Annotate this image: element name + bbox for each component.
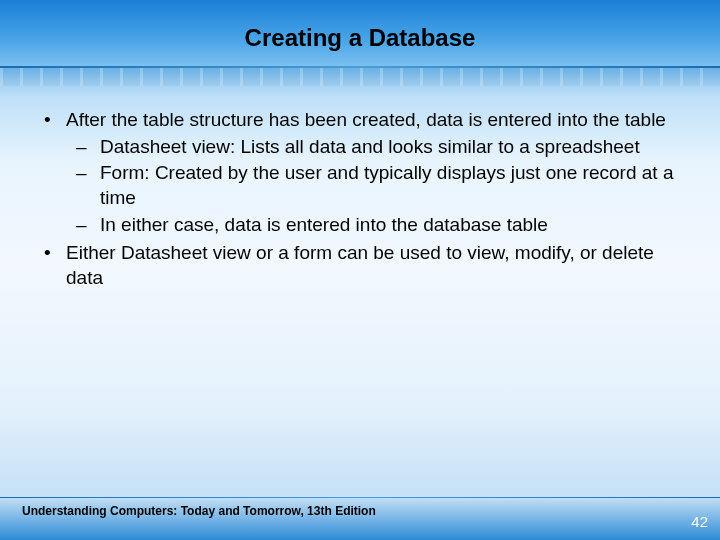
bullet-level1: After the table structure has been creat… <box>42 108 678 237</box>
slide-body: After the table structure has been creat… <box>0 86 720 291</box>
bullet-text: Datasheet view: Lists all data and looks… <box>100 136 640 157</box>
bullet-text: After the table structure has been creat… <box>66 109 666 130</box>
bullet-level2: Form: Created by the user and typically … <box>76 161 678 210</box>
bullet-text: Either Datasheet view or a form can be u… <box>66 242 654 288</box>
slide-title: Creating a Database <box>0 0 720 66</box>
bullet-level1: Either Datasheet view or a form can be u… <box>42 241 678 290</box>
footer-text: Understanding Computers: Today and Tomor… <box>0 504 720 518</box>
bullet-level2: Datasheet view: Lists all data and looks… <box>76 135 678 160</box>
bullet-level2: In either case, data is entered into the… <box>76 213 678 238</box>
slide-footer: Understanding Computers: Today and Tomor… <box>0 497 720 519</box>
decorative-band <box>0 68 720 86</box>
bullet-text: Form: Created by the user and typically … <box>100 162 673 208</box>
footer-divider <box>0 497 720 499</box>
page-number: 42 <box>691 513 708 530</box>
bullet-text: In either case, data is entered into the… <box>100 214 548 235</box>
